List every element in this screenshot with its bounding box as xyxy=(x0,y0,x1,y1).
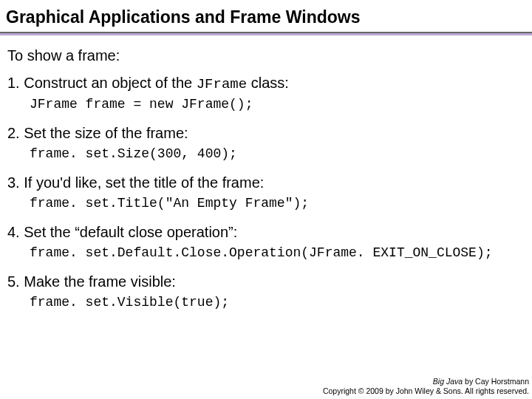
code-4: frame. set.Default.Close.Operation(JFram… xyxy=(30,245,525,260)
step-2: 2. Set the size of the frame: xyxy=(7,125,525,142)
step-3: 3. If you'd like, set the title of the f… xyxy=(7,174,525,191)
step-1: 1. Construct an object of the JFrame cla… xyxy=(7,75,525,92)
slide: Graphical Applications and Frame Windows… xyxy=(0,0,532,399)
step-1-pre: 1. Construct an object of the xyxy=(7,75,197,91)
slide-body: To show a frame: 1. Construct an object … xyxy=(0,35,532,310)
lead-text: To show a frame: xyxy=(7,47,525,64)
step-1-classname: JFrame xyxy=(197,76,247,92)
code-5: frame. set.Visible(true); xyxy=(30,295,525,310)
code-1: JFrame frame = new JFrame(); xyxy=(30,97,525,112)
footer: Big Java by Cay Horstmann Copyright © 20… xyxy=(323,377,529,396)
slide-title: Graphical Applications and Frame Windows xyxy=(0,0,532,32)
footer-line-2: Copyright © 2009 by John Wiley & Sons. A… xyxy=(323,386,529,396)
step-4: 4. Set the “default close operation”: xyxy=(7,224,525,241)
footer-book-title: Big Java xyxy=(433,377,463,386)
footer-line-1: Big Java by Cay Horstmann xyxy=(323,377,529,386)
footer-author: by Cay Horstmann xyxy=(463,377,529,386)
step-1-post: class: xyxy=(247,75,289,91)
step-5: 5. Make the frame visible: xyxy=(7,273,525,290)
code-3: frame. set.Title("An Empty Frame"); xyxy=(30,196,525,211)
code-2: frame. set.Size(300, 400); xyxy=(30,146,525,161)
